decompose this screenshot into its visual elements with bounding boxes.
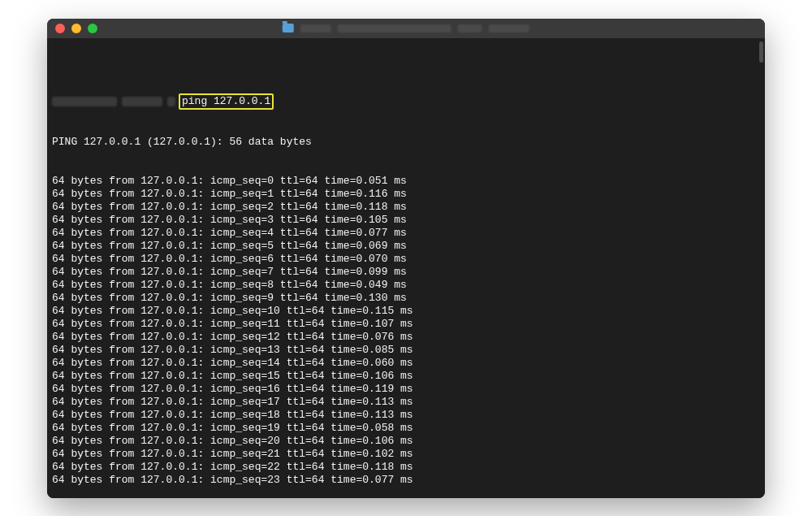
ping-reply-line: 64 bytes from 127.0.0.1: icmp_seq=7 ttl=… bbox=[52, 266, 760, 279]
ping-reply-line: 64 bytes from 127.0.0.1: icmp_seq=6 ttl=… bbox=[52, 253, 760, 266]
prompt-blur bbox=[122, 97, 162, 106]
window-title bbox=[191, 24, 621, 33]
ping-header: PING 127.0.0.1 (127.0.0.1): 56 data byte… bbox=[52, 136, 760, 149]
command-highlight: ping 127.0.0.1 bbox=[179, 93, 274, 110]
maximize-button[interactable] bbox=[88, 24, 97, 33]
terminal-window: ping 127.0.0.1 PING 127.0.0.1 (127.0.0.1… bbox=[47, 19, 765, 498]
scrollbar[interactable] bbox=[759, 41, 763, 63]
ping-reply-line: 64 bytes from 127.0.0.1: icmp_seq=21 ttl… bbox=[52, 448, 760, 461]
title-blur bbox=[489, 24, 529, 33]
ping-reply-line: 64 bytes from 127.0.0.1: icmp_seq=1 ttl=… bbox=[52, 188, 760, 201]
title-blur bbox=[300, 24, 331, 33]
ping-reply-line: 64 bytes from 127.0.0.1: icmp_seq=17 ttl… bbox=[52, 396, 760, 409]
ping-reply-line: 64 bytes from 127.0.0.1: icmp_seq=15 ttl… bbox=[52, 370, 760, 383]
title-bar[interactable] bbox=[47, 19, 765, 38]
prompt-line: ping 127.0.0.1 bbox=[52, 93, 760, 110]
close-button[interactable] bbox=[55, 24, 65, 33]
prompt-blur bbox=[52, 97, 117, 106]
ping-reply-line: 64 bytes from 127.0.0.1: icmp_seq=20 ttl… bbox=[52, 435, 760, 448]
ping-output: 64 bytes from 127.0.0.1: icmp_seq=0 ttl=… bbox=[52, 175, 760, 487]
ping-reply-line: 64 bytes from 127.0.0.1: icmp_seq=8 ttl=… bbox=[52, 279, 760, 292]
ping-reply-line: 64 bytes from 127.0.0.1: icmp_seq=22 ttl… bbox=[52, 461, 760, 474]
ping-reply-line: 64 bytes from 127.0.0.1: icmp_seq=2 ttl=… bbox=[52, 201, 760, 214]
ping-reply-line: 64 bytes from 127.0.0.1: icmp_seq=14 ttl… bbox=[52, 357, 760, 370]
terminal-body[interactable]: ping 127.0.0.1 PING 127.0.0.1 (127.0.0.1… bbox=[47, 38, 765, 498]
ping-reply-line: 64 bytes from 127.0.0.1: icmp_seq=11 ttl… bbox=[52, 318, 760, 331]
ping-reply-line: 64 bytes from 127.0.0.1: icmp_seq=3 ttl=… bbox=[52, 214, 760, 227]
title-blur bbox=[338, 24, 451, 33]
traffic-lights bbox=[55, 24, 97, 33]
ping-reply-line: 64 bytes from 127.0.0.1: icmp_seq=18 ttl… bbox=[52, 409, 760, 422]
ping-reply-line: 64 bytes from 127.0.0.1: icmp_seq=13 ttl… bbox=[52, 344, 760, 357]
ping-reply-line: 64 bytes from 127.0.0.1: icmp_seq=10 ttl… bbox=[52, 305, 760, 318]
ping-reply-line: 64 bytes from 127.0.0.1: icmp_seq=0 ttl=… bbox=[52, 175, 760, 188]
folder-icon bbox=[283, 24, 294, 33]
prompt-blur bbox=[167, 97, 175, 106]
ping-reply-line: 64 bytes from 127.0.0.1: icmp_seq=16 ttl… bbox=[52, 383, 760, 396]
ping-reply-line: 64 bytes from 127.0.0.1: icmp_seq=23 ttl… bbox=[52, 474, 760, 487]
ping-reply-line: 64 bytes from 127.0.0.1: icmp_seq=12 ttl… bbox=[52, 331, 760, 344]
title-blur bbox=[458, 24, 482, 33]
ping-reply-line: 64 bytes from 127.0.0.1: icmp_seq=4 ttl=… bbox=[52, 227, 760, 240]
ping-reply-line: 64 bytes from 127.0.0.1: icmp_seq=19 ttl… bbox=[52, 422, 760, 435]
ping-reply-line: 64 bytes from 127.0.0.1: icmp_seq=9 ttl=… bbox=[52, 292, 760, 305]
minimize-button[interactable] bbox=[71, 24, 81, 33]
ping-reply-line: 64 bytes from 127.0.0.1: icmp_seq=5 ttl=… bbox=[52, 240, 760, 253]
